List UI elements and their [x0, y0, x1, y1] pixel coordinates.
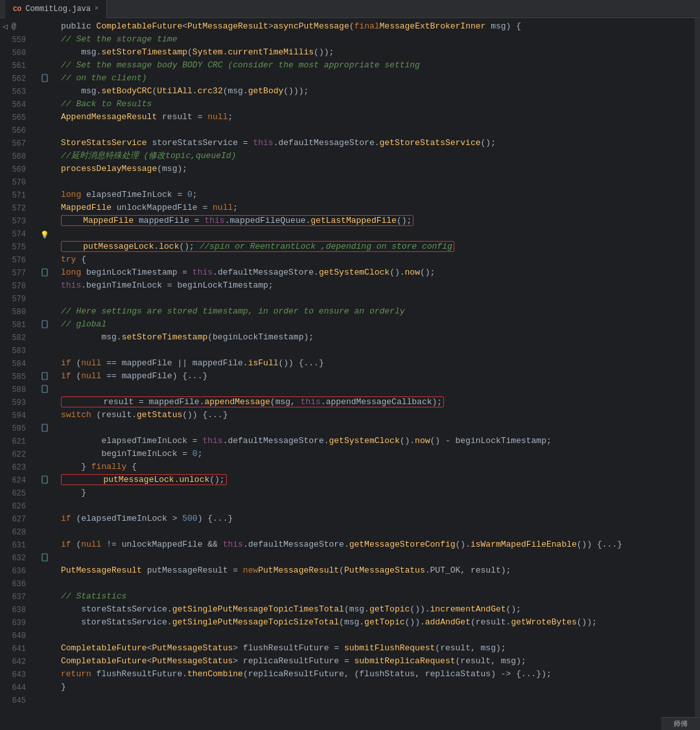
- gutter-row: 574💡: [0, 228, 58, 241]
- code-line: MappedFile unlockMappedFile = null;: [58, 201, 695, 214]
- navigate-back-icon[interactable]: ◁: [3, 21, 8, 32]
- line-number: 581: [0, 321, 31, 330]
- gutter-row: 582: [0, 332, 58, 345]
- gutter-row: 580: [0, 306, 58, 319]
- vertical-scrollbar[interactable]: [695, 18, 700, 730]
- code-line: [58, 551, 695, 564]
- line-gutter: ◁@55956056156256356456556656756856957057…: [0, 18, 58, 730]
- close-tab-button[interactable]: ×: [95, 5, 99, 12]
- gutter-row: 564: [0, 98, 58, 111]
- bulb-icon[interactable]: 💡: [40, 231, 49, 239]
- line-number: 595: [0, 424, 31, 433]
- gutter-row: 563: [0, 86, 58, 98]
- gutter-row: 594: [0, 409, 58, 422]
- line-number: 571: [0, 191, 31, 200]
- code-line: [58, 175, 695, 188]
- code-line: CompletableFuture<PutMessageStatus> flus…: [58, 641, 695, 654]
- code-line: msg.setStoreTimestamp(beginLockTimestamp…: [58, 330, 695, 343]
- line-number: 632: [0, 554, 31, 563]
- gutter-row: 624: [0, 474, 58, 487]
- file-tab[interactable]: CO CommitLog.java ×: [5, 0, 107, 18]
- line-number: 567: [0, 139, 31, 148]
- gutter-row: 640: [0, 630, 58, 643]
- code-line: // Statistics: [58, 589, 695, 602]
- gutter-row: 567: [0, 137, 58, 150]
- gutter-row: 626: [0, 500, 58, 513]
- bookmark-at-icon[interactable]: @: [12, 22, 16, 31]
- code-line: result = mappedFile.appendMessage(msg, t…: [58, 395, 695, 408]
- svg-rect-3: [42, 372, 47, 380]
- gutter-row: 573: [0, 215, 58, 228]
- code-line: if (null == mappedFile || mappedFile.isF…: [58, 356, 695, 369]
- gutter-row: 572: [0, 202, 58, 215]
- gutter-row: 625: [0, 487, 58, 500]
- status-bar: 师傅: [661, 717, 700, 730]
- line-number: 562: [0, 74, 31, 84]
- gutter-row: 645: [0, 694, 58, 707]
- code-line: StoreStatsService storeStatsService = th…: [58, 136, 695, 149]
- code-line: }: [58, 486, 695, 499]
- gutter-row: 631: [0, 539, 58, 552]
- highlighted-expression: MappedFile mappedFile = this.mappedFileQ…: [61, 215, 414, 226]
- code-line: switch (result.getStatus()) {...}: [58, 408, 695, 421]
- code-line: [58, 227, 695, 240]
- line-number: 594: [0, 411, 31, 420]
- code-line: public CompletableFuture<PutMessageResul…: [58, 19, 695, 32]
- highlighted-expression: putMessageLock.lock(); //spin or Reentra…: [61, 241, 454, 252]
- code-line: return flushResultFuture.thenCombine(rep…: [58, 667, 695, 680]
- code-line: processDelayMessage(msg);: [58, 162, 695, 175]
- code-line: try {: [58, 253, 695, 266]
- line-number: 644: [0, 683, 31, 692]
- gutter-row: 570: [0, 176, 58, 189]
- code-line: AppendMessageResult result = null;: [58, 110, 695, 123]
- line-number: 621: [0, 437, 31, 446]
- gutter-row: 569: [0, 163, 58, 176]
- code-line: if (null == mappedFile) {...}: [58, 369, 695, 382]
- code-line: [58, 628, 695, 641]
- code-line: putMessageLock.lock(); //spin or Reentra…: [58, 240, 695, 253]
- line-number: 560: [0, 49, 31, 58]
- gutter-row: 595: [0, 422, 58, 435]
- svg-rect-5: [42, 424, 47, 431]
- code-line: // Back to Results: [58, 97, 695, 110]
- gutter-row: 565: [0, 111, 58, 124]
- line-number: 645: [0, 696, 31, 705]
- gutter-row: 562: [0, 73, 58, 86]
- line-number: 563: [0, 87, 31, 97]
- code-line: [58, 382, 695, 395]
- code-line: beginTimeInLock = 0;: [58, 447, 695, 460]
- line-number: 559: [0, 36, 31, 45]
- status-label: 师傅: [673, 719, 688, 729]
- code-line: [58, 525, 695, 538]
- gutter-row: 566: [0, 124, 58, 137]
- code-line: long beginLockTimestamp = this.defaultMe…: [58, 266, 695, 279]
- gutter-row: 585: [0, 371, 58, 383]
- line-number: 625: [0, 489, 31, 498]
- gutter-row: 623: [0, 461, 58, 474]
- gutter-row: 577: [0, 267, 58, 280]
- line-number: 624: [0, 476, 31, 485]
- line-number: 627: [0, 515, 31, 524]
- gutter-row: 578: [0, 280, 58, 293]
- line-number: 570: [0, 178, 31, 187]
- bookmark-icon: [41, 553, 48, 564]
- gutter-row: 575: [0, 241, 58, 254]
- bookmark-icon: [41, 424, 48, 435]
- line-number: 569: [0, 165, 31, 174]
- line-number: 593: [0, 398, 31, 407]
- titlebar: CO CommitLog.java ×: [0, 0, 700, 18]
- line-number: 564: [0, 100, 31, 109]
- code-line: // Here settings are stored timestamp, i…: [58, 304, 695, 317]
- svg-rect-0: [42, 74, 47, 82]
- highlighted-expression: putMessageLock.unlock();: [61, 474, 227, 485]
- svg-rect-1: [42, 269, 47, 276]
- code-line: long elapsedTimeInLock = 0;: [58, 188, 695, 201]
- line-number: 628: [0, 528, 31, 537]
- gutter-row: 636: [0, 578, 58, 591]
- highlighted-expression: result = mappedFile.appendMessage(msg, t…: [61, 396, 444, 407]
- bookmark-icon: [41, 475, 48, 486]
- gutter-row: 576: [0, 254, 58, 267]
- gutter-row: 588: [0, 383, 58, 396]
- line-number: 576: [0, 256, 31, 265]
- code-content: public CompletableFuture<PutMessageResul…: [58, 18, 695, 730]
